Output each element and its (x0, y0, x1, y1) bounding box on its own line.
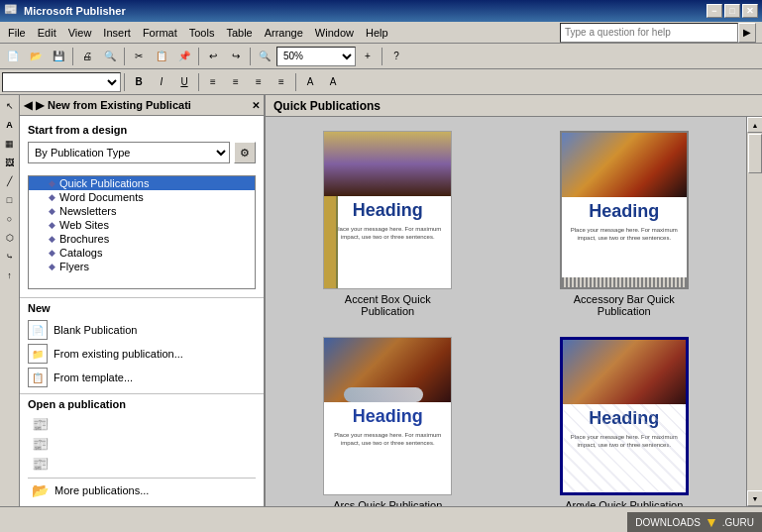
maximize-button[interactable]: □ (724, 4, 740, 18)
print-button[interactable]: 🖨 (76, 46, 98, 67)
close-button[interactable]: ✕ (742, 4, 758, 18)
pub-thumb-heading-argyle: Heading (589, 408, 659, 429)
side-panel-close-button[interactable]: ✕ (252, 100, 260, 111)
pub-thumb-img-accent-box (324, 132, 451, 196)
app-title: Microsoft Publisher (24, 5, 707, 17)
menu-view[interactable]: View (62, 25, 98, 41)
minimize-button[interactable]: − (707, 4, 722, 18)
menu-format[interactable]: Format (137, 25, 183, 41)
pub-thumb-argyle[interactable]: Heading Place your message here. For max… (560, 337, 689, 495)
undo-button[interactable]: ↩ (202, 46, 224, 67)
font-size-down[interactable]: A (299, 71, 321, 93)
zoom-select[interactable]: 50% 75% 100% (276, 47, 356, 66)
open-button[interactable]: 📂 (25, 46, 47, 67)
connector-tool[interactable]: ⤷ (1, 248, 19, 266)
tree-icon-web-sites: ◆ (49, 220, 55, 230)
menu-bar: File Edit View Insert Format Tools Table… (0, 22, 762, 44)
copy-button[interactable]: 📋 (151, 46, 172, 67)
menu-insert[interactable]: Insert (97, 25, 137, 41)
tree-item-brochures[interactable]: ◆ Brochures (29, 232, 255, 246)
content-scroll[interactable]: Heading Place your message here. For max… (266, 117, 746, 506)
redo-button[interactable]: ↪ (225, 46, 247, 67)
table-tool[interactable]: ▦ (1, 135, 19, 153)
blank-pub-item[interactable]: 📄 Blank Publication (28, 318, 256, 342)
align-left-button[interactable]: ≡ (202, 71, 224, 93)
scroll-up-button[interactable]: ▲ (747, 117, 762, 133)
tree-item-quick-pubs[interactable]: ◆ Quick Publications (29, 176, 255, 190)
tree-item-catalogs[interactable]: ◆ Catalogs (29, 246, 255, 260)
menu-tools[interactable]: Tools (183, 25, 221, 41)
scroll-thumb[interactable] (748, 134, 762, 173)
rect-tool[interactable]: □ (1, 191, 19, 209)
text-tool[interactable]: A (1, 116, 19, 134)
pub-item-arcs[interactable]: Heading Place your message here. For max… (279, 337, 496, 506)
tree-item-word-docs[interactable]: ◆ Word Documents (29, 190, 255, 204)
scroll-down-button[interactable]: ▼ (747, 490, 762, 506)
separator-5 (381, 48, 382, 65)
from-template-item[interactable]: 📋 From template... (28, 366, 256, 389)
shape-tool[interactable]: ⬡ (1, 229, 19, 247)
new-button[interactable]: 📄 (2, 46, 24, 67)
arrow-tool[interactable]: ↑ (1, 266, 19, 284)
pub-type-row: By Publication Type ⚙ (28, 142, 256, 163)
help-search-input[interactable] (560, 23, 738, 43)
pub-type-tree[interactable]: ◆ Quick Publications ◆ Word Documents ◆ … (28, 175, 256, 289)
pub-type-select[interactable]: By Publication Type (28, 142, 230, 163)
menu-help[interactable]: Help (360, 25, 394, 41)
line-tool[interactable]: ╱ (1, 172, 19, 190)
help-button[interactable]: ? (385, 46, 407, 67)
from-existing-item[interactable]: 📁 From existing publication... (28, 342, 256, 366)
open-item-3[interactable]: 📰 (28, 454, 256, 474)
align-center-button[interactable]: ≡ (225, 71, 247, 93)
new-section-title: New (28, 302, 256, 314)
zoom-out-button[interactable]: 🔍 (254, 46, 275, 67)
oval-tool[interactable]: ○ (1, 210, 19, 228)
pub-type-settings-button[interactable]: ⚙ (234, 142, 256, 163)
from-existing-icon: 📁 (28, 344, 48, 364)
bold-button[interactable]: B (128, 71, 150, 93)
pub-thumb-accessory-bar[interactable]: Heading Place your message here. For max… (560, 131, 689, 289)
open-icon-3: 📰 (32, 456, 49, 472)
menu-window[interactable]: Window (309, 25, 360, 41)
paste-button[interactable]: 📌 (173, 46, 195, 67)
cut-button[interactable]: ✂ (128, 46, 150, 67)
app-icon: 📰 (4, 3, 20, 19)
pub-item-accent-box[interactable]: Heading Place your message here. For max… (279, 131, 496, 317)
tree-icon-newsletters: ◆ (49, 206, 55, 216)
align-right-button[interactable]: ≡ (248, 71, 270, 93)
help-search-button[interactable]: ▶ (738, 23, 756, 43)
menu-table[interactable]: Table (220, 25, 258, 41)
pub-item-accessory-bar[interactable]: Heading Place your message here. For max… (516, 131, 733, 317)
side-panel-back-icon[interactable]: ◀ (24, 99, 32, 112)
tree-icon-word-docs: ◆ (49, 192, 55, 202)
select-tool[interactable]: ↖ (1, 97, 19, 115)
tree-label-web-sites: Web Sites (59, 219, 109, 231)
tree-icon-brochures: ◆ (49, 234, 55, 244)
font-select[interactable] (2, 72, 121, 92)
open-item-2[interactable]: 📰 (28, 434, 256, 454)
scroll-track[interactable] (747, 133, 762, 490)
tree-item-flyers[interactable]: ◆ Flyers (29, 260, 255, 273)
pub-thumb-accent-box[interactable]: Heading Place your message here. For max… (323, 131, 452, 289)
menu-arrange[interactable]: Arrange (259, 25, 309, 41)
menu-file[interactable]: File (2, 25, 32, 41)
print-preview-button[interactable]: 🔍 (99, 46, 121, 67)
save-button[interactable]: 💾 (48, 46, 69, 67)
underline-button[interactable]: U (173, 71, 195, 93)
tree-label-brochures: Brochures (59, 233, 109, 245)
tree-item-web-sites[interactable]: ◆ Web Sites (29, 218, 255, 232)
pub-item-argyle[interactable]: Heading Place your message here. For max… (516, 337, 733, 506)
side-panel-forward-icon[interactable]: ▶ (36, 99, 44, 112)
zoom-in-button[interactable]: + (357, 46, 379, 67)
pub-thumb-arcs[interactable]: Heading Place your message here. For max… (323, 337, 452, 495)
more-publications-link[interactable]: 📂 More publications... (28, 478, 256, 502)
vertical-scrollbar[interactable]: ▲ ▼ (746, 117, 762, 506)
menu-edit[interactable]: Edit (32, 25, 62, 41)
pub-thumb-text-argyle: Place your message here. For maximum imp… (563, 431, 686, 452)
font-size-up[interactable]: A (322, 71, 344, 93)
italic-button[interactable]: I (151, 71, 172, 93)
open-item-1[interactable]: 📰 (28, 414, 256, 434)
justify-button[interactable]: ≡ (271, 71, 292, 93)
image-tool[interactable]: 🖼 (1, 154, 19, 171)
tree-item-newsletters[interactable]: ◆ Newsletters (29, 204, 255, 218)
